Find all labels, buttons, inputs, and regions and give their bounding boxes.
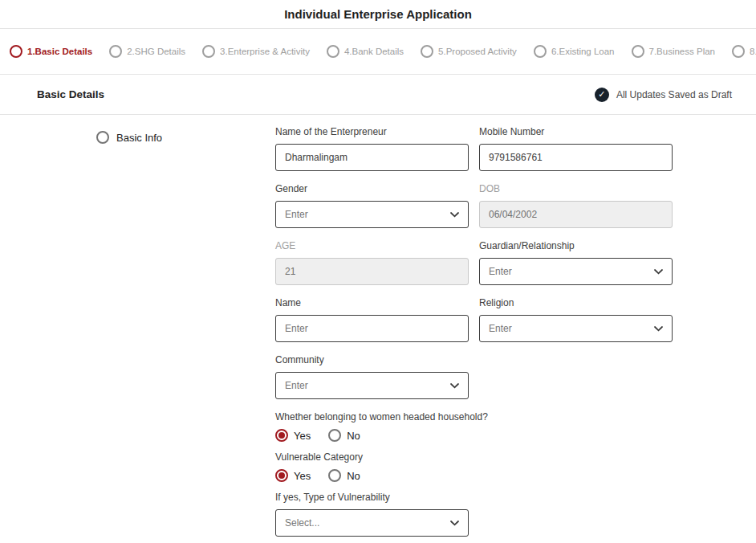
age-input	[275, 258, 469, 285]
step-circle-icon	[202, 45, 215, 58]
field-community: Community Enter	[275, 354, 469, 399]
left-pane: Basic Info	[0, 126, 275, 543]
check-icon: ✓	[595, 88, 609, 102]
radio-icon	[328, 429, 341, 442]
chevron-down-icon	[450, 212, 459, 218]
step-basic-details[interactable]: 1.Basic Details	[10, 45, 92, 58]
basic-info-label: Basic Info	[116, 132, 162, 144]
step-circle-icon	[421, 45, 433, 58]
step-circle-icon	[327, 45, 339, 58]
step-shg-details[interactable]: 2.SHG Details	[109, 45, 185, 58]
step-label: 2.SHG Details	[127, 47, 185, 56]
chevron-down-icon	[450, 521, 459, 526]
chevron-down-icon	[654, 326, 663, 332]
no-label: No	[347, 430, 360, 442]
vulnerable-category-label: Vulnerable Category	[275, 451, 677, 463]
religion-select[interactable]: Enter	[479, 315, 673, 342]
chevron-down-icon	[654, 269, 663, 275]
women-headed-radio-group: Yes No	[275, 429, 677, 442]
step-business-plan[interactable]: 7.Business Plan	[632, 45, 715, 58]
field-age: AGE	[275, 240, 469, 285]
radio-icon	[328, 469, 341, 482]
field-guardian-relationship: Guardian/Relationship Enter	[479, 240, 673, 285]
radio-icon	[96, 131, 109, 144]
field-mobile-number: Mobile Number	[479, 126, 673, 171]
dob-input	[479, 201, 673, 228]
gender-select[interactable]: Enter	[275, 201, 469, 228]
basic-info-radio[interactable]: Basic Info	[96, 131, 275, 144]
vulnerable-no-radio[interactable]: No	[328, 469, 360, 482]
step-label: 4.Bank Details	[344, 47, 404, 56]
community-select[interactable]: Enter	[275, 372, 469, 399]
step-circle-icon	[534, 45, 547, 58]
age-label: AGE	[275, 240, 469, 251]
step-existing-loan[interactable]: 6.Existing Loan	[534, 45, 615, 58]
step-label: 6.Existing Loan	[551, 47, 615, 56]
religion-select-value: Enter	[489, 323, 512, 334]
community-label: Community	[275, 354, 469, 365]
step-circle-icon	[109, 45, 122, 58]
section-title: Basic Details	[37, 88, 104, 100]
page-title: Individual Enterprise Application	[284, 7, 472, 21]
vulnerability-type-label: If yes, Type of Vulnerability	[275, 492, 469, 503]
step-label: 3.Enterprise & Activity	[220, 47, 310, 56]
step-label: 8.Upload Document	[750, 47, 756, 56]
step-bank-details[interactable]: 4.Bank Details	[327, 45, 404, 58]
step-circle-icon	[10, 45, 22, 58]
mobile-number-input[interactable]	[479, 144, 673, 171]
gender-label: Gender	[275, 183, 469, 194]
guardian-relationship-select-value: Enter	[489, 266, 512, 277]
yes-label: Yes	[294, 430, 311, 442]
no-label: No	[347, 470, 360, 482]
step-circle-icon	[732, 45, 745, 58]
step-label: 5.Proposed Activity	[438, 47, 517, 56]
field-women-headed-household: Whether belonging to women headed househ…	[275, 411, 677, 442]
field-vulnerable-category: Vulnerable Category Yes No	[275, 451, 677, 482]
radio-selected-icon	[275, 469, 288, 482]
guardian-relationship-label: Guardian/Relationship	[479, 240, 673, 251]
step-proposed-activity[interactable]: 5.Proposed Activity	[421, 45, 517, 58]
section-bar: Basic Details ✓ All Updates Saved as Dra…	[0, 75, 756, 115]
vulnerability-type-select[interactable]: Select...	[275, 509, 469, 537]
field-entrepreneur-name: Name of the Enterpreneur	[275, 126, 469, 171]
step-label: 7.Business Plan	[649, 47, 715, 56]
women-headed-household-label: Whether belonging to women headed househ…	[275, 411, 677, 423]
mobile-number-label: Mobile Number	[479, 126, 673, 137]
step-label: 1.Basic Details	[27, 47, 92, 56]
step-upload-document[interactable]: 8.Upload Document	[732, 45, 756, 58]
step-enterprise-activity[interactable]: 3.Enterprise & Activity	[202, 45, 310, 58]
entrepreneur-name-input[interactable]	[275, 144, 469, 171]
yes-label: Yes	[294, 470, 311, 482]
field-religion: Religion Enter	[479, 297, 673, 342]
field-gender: Gender Enter	[275, 183, 469, 228]
name-input[interactable]	[275, 315, 469, 342]
radio-selected-icon	[275, 429, 288, 442]
women-headed-no-radio[interactable]: No	[328, 429, 360, 442]
content: Basic Info Name of the Enterpreneur Mobi…	[0, 115, 756, 543]
dob-label: DOB	[479, 183, 673, 194]
entrepreneur-name-label: Name of the Enterpreneur	[275, 126, 469, 137]
field-spacer	[479, 354, 673, 399]
field-name: Name	[275, 297, 469, 342]
app-header: Individual Enterprise Application	[0, 0, 756, 29]
saved-status: ✓ All Updates Saved as Draft	[595, 88, 732, 102]
vulnerability-type-select-value: Select...	[285, 517, 319, 529]
vulnerable-yes-radio[interactable]: Yes	[275, 469, 311, 482]
basic-details-form: Name of the Enterpreneur Mobile Number G…	[275, 126, 677, 543]
religion-label: Religion	[479, 297, 673, 308]
gender-select-value: Enter	[285, 209, 308, 220]
women-headed-yes-radio[interactable]: Yes	[275, 429, 311, 442]
vulnerable-radio-group: Yes No	[275, 469, 677, 482]
field-dob: DOB	[479, 183, 673, 228]
name-label: Name	[275, 297, 469, 308]
community-select-value: Enter	[285, 380, 308, 391]
step-circle-icon	[632, 45, 644, 58]
saved-status-text: All Updates Saved as Draft	[616, 89, 732, 100]
field-vulnerability-type: If yes, Type of Vulnerability Select...	[275, 492, 469, 537]
stepper: 1.Basic Details 2.SHG Details 3.Enterpri…	[0, 29, 756, 75]
guardian-relationship-select[interactable]: Enter	[479, 258, 673, 285]
chevron-down-icon	[450, 383, 459, 389]
